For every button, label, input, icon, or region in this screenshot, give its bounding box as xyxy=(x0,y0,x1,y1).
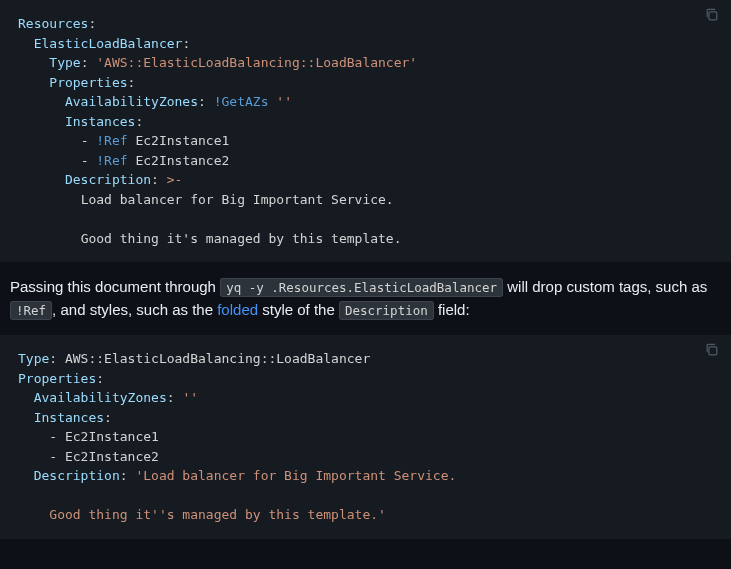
yaml-key: Description xyxy=(34,468,120,483)
yaml-key: ElasticLoadBalancer xyxy=(34,36,183,51)
inline-code-description: Description xyxy=(339,301,434,320)
yaml-key: Type xyxy=(49,55,80,70)
yaml-tag: !Ref xyxy=(96,153,127,168)
yaml-key: Properties xyxy=(18,371,96,386)
yaml-key: AvailabilityZones xyxy=(34,390,167,405)
yaml-key: Instances xyxy=(65,114,135,129)
yaml-scalar: AWS::ElasticLoadBalancing::LoadBalancer xyxy=(65,351,370,366)
copy-icon xyxy=(705,8,719,22)
yaml-tag: !Ref xyxy=(96,133,127,148)
yaml-key: Properties xyxy=(49,75,127,90)
inline-code-ref: !Ref xyxy=(10,301,52,320)
svg-rect-1 xyxy=(709,347,717,355)
yaml-text: Load balancer for Big Important Service. xyxy=(81,192,394,207)
yaml-key: Resources xyxy=(18,16,88,31)
text: style of the xyxy=(258,301,339,318)
copy-button[interactable] xyxy=(705,343,725,363)
yaml-fold-indicator: >- xyxy=(167,172,183,187)
text: Passing this document through xyxy=(10,278,220,295)
yaml-scalar: Ec2Instance1 xyxy=(135,133,229,148)
yaml-key: Type xyxy=(18,351,49,366)
svg-rect-0 xyxy=(709,12,717,20)
yaml-scalar: Ec2Instance2 xyxy=(135,153,229,168)
copy-button[interactable] xyxy=(705,8,725,28)
yaml-string: Good thing it''s managed by this templat… xyxy=(34,507,386,522)
text: will drop custom tags, such as xyxy=(503,278,707,295)
code-content: Resources: ElasticLoadBalancer: Type: 'A… xyxy=(18,14,713,248)
yaml-string: '' xyxy=(182,390,198,405)
explanation-paragraph: Passing this document through yq -y .Res… xyxy=(0,262,731,335)
yaml-tag: !GetAZs xyxy=(214,94,269,109)
code-block-output-yaml: Type: AWS::ElasticLoadBalancing::LoadBal… xyxy=(0,335,731,539)
text: field: xyxy=(434,301,470,318)
yaml-key: Description xyxy=(65,172,151,187)
yaml-scalar: Ec2Instance1 xyxy=(65,429,159,444)
yaml-key: Instances xyxy=(34,410,104,425)
yaml-key: AvailabilityZones xyxy=(65,94,198,109)
yaml-text: Good thing it's managed by this template… xyxy=(81,231,402,246)
yaml-string: '' xyxy=(276,94,292,109)
folded-link[interactable]: folded xyxy=(217,301,258,318)
code-content: Type: AWS::ElasticLoadBalancing::LoadBal… xyxy=(18,349,713,525)
copy-icon xyxy=(705,343,719,357)
inline-code-command: yq -y .Resources.ElasticLoadBalancer xyxy=(220,278,503,297)
yaml-string: 'AWS::ElasticLoadBalancing::LoadBalancer… xyxy=(96,55,417,70)
yaml-scalar: Ec2Instance2 xyxy=(65,449,159,464)
code-block-source-yaml: Resources: ElasticLoadBalancer: Type: 'A… xyxy=(0,0,731,262)
text: , and styles, such as the xyxy=(52,301,217,318)
yaml-string: 'Load balancer for Big Important Service… xyxy=(135,468,456,483)
